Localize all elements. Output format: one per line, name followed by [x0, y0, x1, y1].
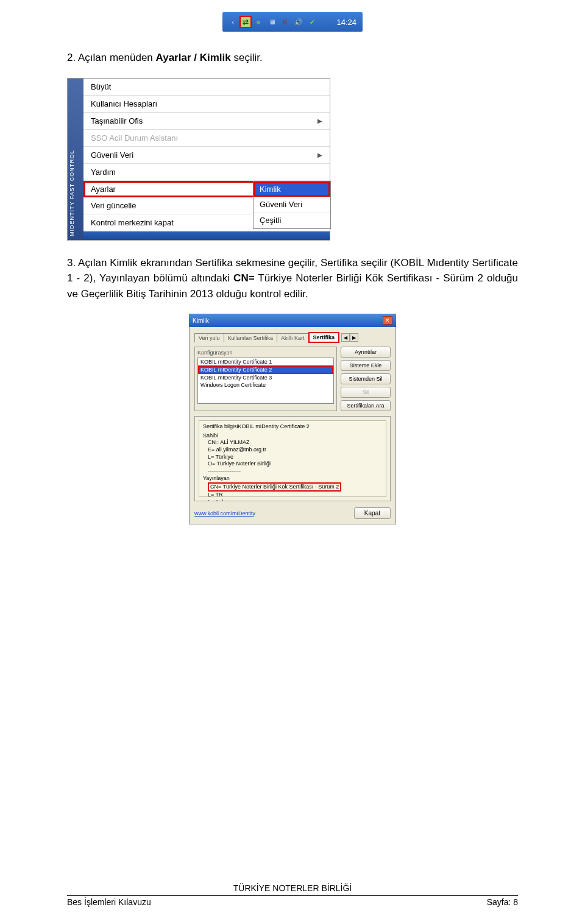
issuer-label: Yayınlayan — [203, 475, 382, 482]
cert-info-groupbox: Sertifika bilgisiKOBIL mIDentity Certifi… — [194, 416, 391, 501]
page-footer: TÜRKİYE NOTERLER BİRLİĞİ Bes İşlemleri K… — [67, 895, 518, 907]
owner-line: L= Türkiye — [208, 454, 382, 461]
menu-label: Kullanıcı Hesapları — [91, 99, 157, 108]
tab-sertifika[interactable]: Sertifika — [308, 332, 340, 343]
tray-icon-2: 🖥 — [266, 16, 277, 27]
owner-line: CN= ALİ YILMAZ — [208, 439, 382, 446]
menu-side-label: MIDENTITY FAST CONTROL — [68, 79, 83, 240]
info-title: Sertifika bilgisiKOBIL mIDentity Certifi… — [203, 423, 382, 431]
config-label: Konfigürasyon — [197, 350, 334, 356]
menu-item-buyut[interactable]: Büyüt — [83, 79, 330, 96]
dialog-title: Kimlik — [193, 317, 209, 324]
menu-label: Güvenli Veri — [91, 150, 133, 160]
tray-app-icon[interactable]: ⇄ — [239, 16, 252, 28]
cert-listbox[interactable]: KOBIL mIDentity Certificate 1 KOBIL mIDe… — [197, 358, 334, 404]
submenu-item-kimlik[interactable]: Kimlik — [254, 182, 330, 197]
submenu-item-guvenli-veri[interactable]: Güvenli Veri — [254, 197, 330, 213]
delete-button: Sil — [341, 387, 391, 398]
owner-line: ------------------ — [208, 468, 382, 475]
cert-item-3[interactable]: KOBIL mIDentity Certificate 3 — [198, 374, 333, 381]
instr2-pre: 2. Açılan menüden — [67, 52, 156, 63]
instr2-post: seçilir. — [231, 52, 263, 63]
tab-akilli-kart[interactable]: Akıllı Kart — [277, 333, 309, 342]
kobil-link[interactable]: www.kobil.com/mIDentity — [194, 510, 255, 517]
owner-line: O= Türkiye Noterler Birliği — [208, 460, 382, 468]
ayarlar-submenu: Kimlik Güvenli Veri Çeşitli — [253, 181, 331, 229]
instr2-bold: Ayarlar / Kimlik — [156, 52, 231, 63]
footer-left: Bes İşlemleri Kılavuzu — [67, 897, 151, 907]
kimlik-dialog: Kimlik ✕ Veri yolu Kullanılan Sertifika … — [189, 314, 396, 524]
remove-system-button[interactable]: Sistemden Sil — [341, 373, 391, 384]
issuer-line: L= TR — [208, 492, 382, 499]
instruction-2: 2. Açılan menüden Ayarlar / Kimlik seçil… — [67, 50, 518, 66]
config-groupbox: Konfigürasyon KOBIL mIDentity Certificat… — [194, 347, 337, 411]
footer-center: TÜRKİYE NOTERLER BİRLİĞİ — [67, 883, 518, 893]
close-button[interactable]: Kapat — [354, 507, 391, 519]
tray-icon-4: 🔊 — [293, 16, 304, 27]
menu-bottom-bar — [83, 231, 330, 240]
menu-item-yardim[interactable]: Yardım — [83, 164, 330, 181]
submenu-item-cesitli[interactable]: Çeşitli — [254, 213, 330, 228]
menu-item-kullanici[interactable]: Kullanıcı Hesapları — [83, 96, 330, 113]
menu-label: Taşınabilir Ofis — [91, 116, 143, 125]
dialog-titlebar: Kimlik ✕ — [189, 314, 396, 327]
cert-item-2[interactable]: KOBIL mIDentity Certificate 2 — [198, 365, 333, 374]
menu-label: Kontrol merkezini kapat — [91, 218, 174, 227]
close-icon[interactable]: ✕ — [383, 316, 392, 325]
tab-veri-yolu[interactable]: Veri yolu — [194, 333, 224, 342]
tab-row: Veri yolu Kullanılan Sertifika Akıllı Ka… — [194, 332, 391, 343]
menu-label: Veri güncelle — [91, 201, 136, 210]
cert-item-4[interactable]: Windows Logon Certificate — [198, 381, 333, 389]
tray-icon-5: ✔ — [307, 16, 317, 27]
tab-kullanilan-sertifika[interactable]: Kullanılan Sertifika — [224, 333, 278, 342]
footer-right: Sayfa: 8 — [487, 897, 518, 907]
owner-label: Sahibi — [203, 432, 382, 440]
issuer-cn-highlight: CN= Türkiye Noterler Birliği Kök Sertifi… — [208, 482, 341, 492]
tab-scroll-right[interactable]: ▶ — [350, 333, 358, 342]
menu-item-guvenli-veri[interactable]: Güvenli Veri▶ — [83, 147, 330, 164]
add-system-button[interactable]: Sisteme Ekle — [341, 360, 391, 371]
menu-item-sso: SSO Acil Durum Asistanı — [83, 130, 330, 147]
details-button[interactable]: Ayrıntılar — [341, 347, 391, 358]
tab-scroll-left[interactable]: ◀ — [341, 333, 350, 342]
instruction-3: 3. Açılan Kimlik ekranından Sertifika se… — [67, 255, 518, 302]
chevron-right-icon: ▶ — [317, 118, 322, 124]
instr3-cn: CN= — [233, 272, 254, 284]
cert-item-1[interactable]: KOBIL mIDentity Certificate 1 — [198, 358, 333, 365]
windows-taskbar: ‹ ⇄ ■ 🖥 K 🔊 ✔ 14:24 — [222, 12, 363, 32]
tray-icon-1: ■ — [253, 16, 264, 27]
owner-line: E= ali.yilmaz@tnb.org.tr — [208, 446, 382, 454]
tray-arrow-icon: ‹ — [227, 16, 238, 27]
context-menu-screenshot: MIDENTITY FAST CONTROL Büyüt Kullanıcı H… — [67, 78, 330, 241]
search-certs-button[interactable]: Sertifikaları Ara — [341, 400, 391, 411]
tray-icon-3: K — [280, 16, 291, 27]
taskbar-clock: 14:24 — [336, 18, 356, 27]
menu-item-ofis[interactable]: Taşınabilir Ofis▶ — [83, 113, 330, 130]
chevron-right-icon: ▶ — [317, 152, 322, 158]
issuer-line: L= Ankara — [208, 499, 382, 501]
menu-label: Yardım — [91, 168, 116, 177]
menu-label: Ayarlar — [91, 185, 116, 194]
menu-label: Büyüt — [91, 82, 111, 91]
menu-label: SSO Acil Durum Asistanı — [91, 133, 178, 143]
